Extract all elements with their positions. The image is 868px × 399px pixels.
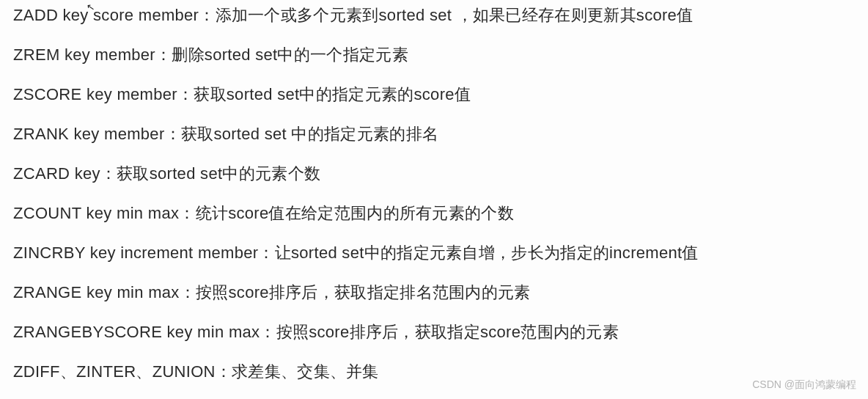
- command-item: ZCOUNT key min max：统计score值在给定范围内的所有元素的个…: [13, 201, 855, 225]
- command-item: ZREM key member：删除sorted set中的一个指定元素: [13, 43, 855, 67]
- command-item: ZADD key score member：添加一个或多个元素到sorted s…: [13, 3, 855, 27]
- command-item: ZDIFF、ZINTER、ZUNION：求差集、交集、并集: [13, 359, 855, 384]
- command-item: ZRANGEBYSCORE key min max：按照score排序后，获取指…: [13, 320, 855, 344]
- command-item: ZRANGE key min max：按照score排序后，获取指定排名范围内的…: [13, 280, 855, 304]
- command-item: ZCARD key：获取sorted set中的元素个数: [13, 161, 855, 186]
- command-item: ZINCRBY key increment member：让sorted set…: [13, 241, 855, 265]
- command-item: ZRANK key member：获取sorted set 中的指定元素的排名: [13, 122, 855, 146]
- watermark-text: CSDN @面向鸿蒙编程: [752, 378, 856, 392]
- command-list: ZADD key score member：添加一个或多个元素到sorted s…: [13, 3, 855, 399]
- command-item: ZSCORE key member：获取sorted set中的指定元素的sco…: [13, 82, 855, 106]
